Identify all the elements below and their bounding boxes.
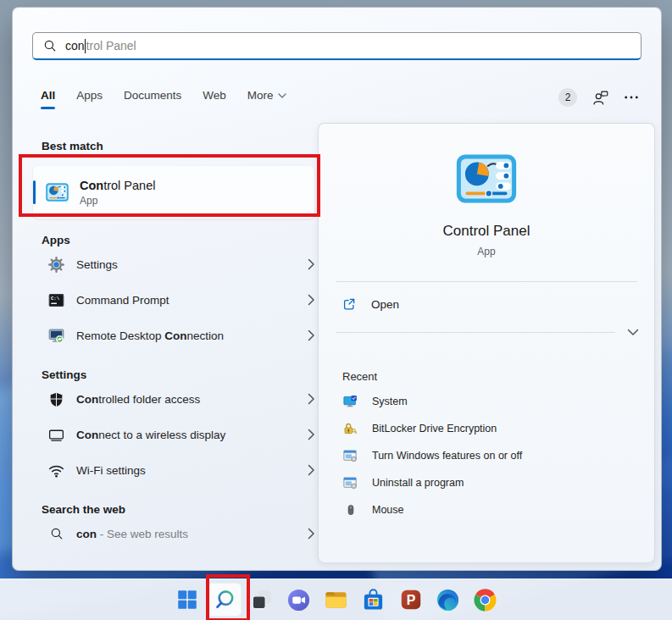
chevron-right-icon[interactable] [308, 464, 315, 476]
tab-label: Apps [76, 89, 103, 102]
chrome-button[interactable] [469, 583, 503, 617]
search-text: con trol Panel [65, 39, 136, 53]
label-segment: Con [76, 393, 98, 406]
result-settings[interactable]: Settings [32, 246, 330, 282]
chevron-right-icon[interactable] [308, 528, 315, 540]
file-explorer-button[interactable] [319, 583, 353, 617]
divider-expand [336, 329, 639, 336]
search-flyout-panel: con trol Panel AllAppsDocumentsWebMore 2… [12, 7, 662, 571]
result-command-prompt[interactable]: C:\Command Prompt [32, 282, 330, 318]
recent-item-label: Uninstall a program [372, 477, 464, 489]
account-feedback-icon[interactable] [591, 89, 609, 107]
chevron-right-icon[interactable] [308, 258, 315, 270]
chevron-right-icon[interactable] [308, 393, 315, 405]
more-options-icon[interactable] [624, 95, 639, 100]
chevron-down-icon[interactable] [627, 329, 639, 336]
edge-icon [436, 588, 460, 612]
tab-label: Web [203, 89, 226, 102]
preview-pane: Control Panel App Open Recent SystemBitL… [318, 123, 655, 563]
remote-desktop-icon [47, 327, 65, 345]
result-label: Controlled folder access [76, 393, 308, 406]
recent-item-turn-windows-features-on-or-off[interactable]: Turn Windows features on or off [342, 442, 654, 469]
windows-start-icon [175, 588, 199, 612]
title-segment: Con [80, 179, 103, 192]
tab-all[interactable]: All [41, 89, 55, 109]
best-match-subtitle: App [80, 195, 155, 207]
chevron-right-icon[interactable] [308, 294, 315, 306]
task-view-icon [250, 588, 274, 612]
recent-item-system[interactable]: System [342, 388, 654, 415]
svg-text:C:\: C:\ [51, 295, 60, 301]
recent-header: Recent [342, 370, 654, 383]
result-sections: AppsSettingsC:\Command PromptRemote Desk… [32, 234, 330, 551]
label-segment: Wi-Fi settings [76, 464, 146, 477]
best-match-text: Control Panel App [80, 178, 155, 207]
edge-button[interactable] [431, 583, 465, 617]
defender-shield-icon [47, 390, 65, 408]
windows-features-icon [342, 448, 358, 463]
chevron-right-icon[interactable] [308, 329, 315, 341]
recent-item-uninstall-a-program[interactable]: Uninstall a program [342, 469, 654, 496]
label-segment: Settings [76, 258, 118, 271]
open-external-icon [342, 296, 357, 312]
taskbar: P [0, 578, 672, 620]
label-segment: Con [164, 329, 186, 342]
control-panel-icon-large [456, 154, 517, 203]
result-label: Settings [76, 258, 308, 271]
search-input[interactable]: con trol Panel [32, 32, 641, 60]
section-header: Search the web [42, 503, 330, 516]
result-con-see-web-results[interactable]: con - See web results [32, 516, 330, 551]
best-match-result-control-panel[interactable]: Control Panel App [33, 166, 314, 219]
label-segment: nect to a wireless display [98, 429, 225, 441]
search-icon [47, 525, 65, 543]
autocomplete-suggestion: trol Panel [86, 39, 136, 53]
tab-web[interactable]: Web [203, 89, 226, 109]
open-action[interactable]: Open [342, 293, 654, 315]
result-connect-to-a-wireless-display[interactable]: Connect to a wireless display [32, 417, 330, 452]
divider [336, 281, 637, 282]
psiphon-button[interactable]: P [394, 583, 428, 617]
wifi-icon [47, 462, 65, 479]
best-match-header: Best match [42, 140, 330, 152]
recent-item-label: Mouse [372, 504, 404, 516]
section-search-the-web: Search the webcon - See web results [32, 503, 330, 551]
wireless-display-icon [47, 426, 65, 444]
recent-item-label: BitLocker Drive Encryption [372, 423, 497, 435]
label-segment: con [76, 528, 97, 540]
preview-app-subtitle: App [319, 246, 654, 257]
taskbar-search-button[interactable] [208, 583, 242, 617]
section-apps: AppsSettingsC:\Command PromptRemote Desk… [32, 234, 330, 353]
task-view-button[interactable] [245, 583, 279, 617]
recent-item-mouse[interactable]: Mouse [342, 496, 654, 523]
active-tab-underline [41, 107, 55, 109]
tab-more[interactable]: More [247, 89, 286, 109]
label-segment: trolled folder access [98, 393, 200, 406]
selection-accent-bar [33, 180, 36, 204]
control-panel-icon [46, 183, 68, 202]
result-wi-fi-settings[interactable]: Wi-Fi settings [32, 452, 330, 488]
search-icon [43, 39, 57, 53]
store-button[interactable] [357, 583, 391, 617]
result-controlled-folder-access[interactable]: Controlled folder access [32, 381, 330, 417]
label-segment: Con [76, 429, 98, 441]
divider [336, 332, 615, 333]
start-button[interactable] [170, 583, 204, 617]
chat-button[interactable] [282, 583, 316, 617]
tab-documents[interactable]: Documents [124, 89, 181, 109]
section-settings: SettingsControlled folder accessConnect … [32, 368, 330, 488]
typed-text: con [65, 39, 85, 53]
mouse-icon [342, 502, 358, 518]
uninstall-program-icon [342, 475, 358, 490]
recent-item-bitlocker-drive-encryption[interactable]: BitLocker Drive Encryption [342, 415, 654, 442]
result-remote-desktop-connection[interactable]: Remote Desktop Connection [32, 318, 330, 353]
title-segment: trol Panel [103, 179, 155, 192]
rewards-badge[interactable]: 2 [558, 88, 577, 107]
label-segment: - See web results [97, 528, 188, 540]
preview-app-title: Control Panel [319, 223, 654, 240]
search-magnifier-icon [212, 588, 236, 612]
recent-list: SystemBitLocker Drive EncryptionTurn Win… [319, 388, 654, 523]
tab-apps[interactable]: Apps [76, 89, 103, 109]
chrome-icon [473, 588, 497, 612]
chevron-right-icon[interactable] [308, 429, 315, 440]
search-header-actions: 2 [558, 88, 639, 107]
